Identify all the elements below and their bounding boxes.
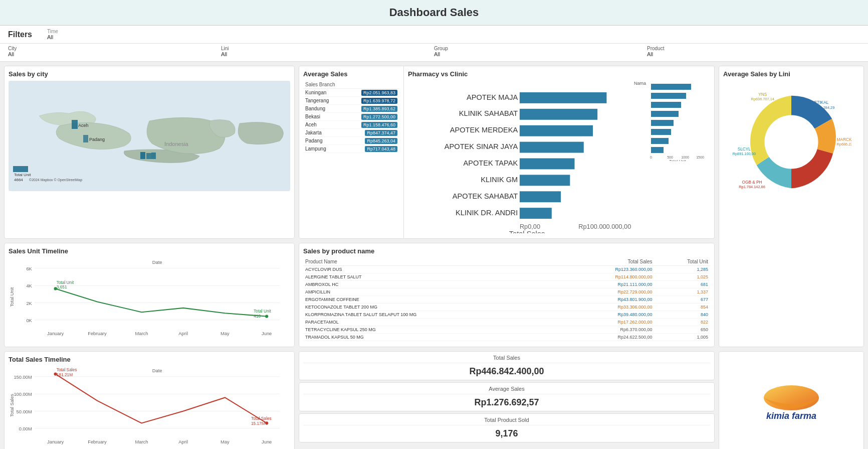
- product-col-sales: Total Sales: [562, 258, 654, 266]
- logo-svg: kimia farma: [741, 383, 841, 423]
- product-name-cell: ACYCLOVIR DUS: [303, 266, 562, 273]
- avg-col-branch: Sales Branch: [303, 81, 347, 89]
- avg-branch-cell: Aceh: [303, 121, 347, 129]
- stats-container: Total Sales Rp446.842.400,00 Average Sal…: [299, 351, 715, 449]
- time-label: Time: [47, 29, 58, 34]
- svg-text:0K: 0K: [26, 318, 32, 323]
- main-grid: Sales by city Aceh: [0, 62, 868, 351]
- product-unit-cell: 650: [655, 326, 710, 334]
- product-sales-cell: Rp6.370.000,00: [562, 326, 654, 334]
- city-value: All: [8, 51, 14, 57]
- svg-text:ETIKAL: ETIKAL: [814, 100, 829, 105]
- svg-text:©2024 Mapbox © OpenStreetMap: ©2024 Mapbox © OpenStreetMap: [29, 178, 82, 182]
- product-sales-cell: Rp33.306.000,00: [562, 304, 654, 311]
- group-filter[interactable]: Group All: [434, 46, 647, 57]
- sales-product-table: Product Name Total Sales Total Unit ACYC…: [303, 258, 710, 341]
- svg-rect-32: [651, 84, 691, 90]
- donut-chart-container: ETIKAL Rp2.385.284,29 MARCKS Rp686.228,5…: [723, 82, 859, 202]
- sales-product-panel: Sales by product name Product Name Total…: [299, 243, 715, 347]
- sales-product-title: Sales by product name: [303, 247, 710, 255]
- svg-rect-25: [520, 158, 575, 169]
- total-sales-box-title: Total Sales: [303, 355, 710, 363]
- col-name-label: Nama: [408, 81, 646, 86]
- product-sales-cell: Rp22.729.000,00: [562, 288, 654, 296]
- svg-rect-34: [651, 102, 681, 108]
- group-value: All: [434, 51, 440, 57]
- avg-sales-row: PadangRp845.263,04: [303, 137, 399, 145]
- product-sales-cell: Rp21.111.000,00: [562, 281, 654, 288]
- donut-svg: ETIKAL Rp2.385.284,29 MARCKS Rp686.228,5…: [731, 82, 851, 202]
- svg-rect-35: [651, 111, 679, 117]
- svg-text:March: March: [135, 439, 148, 444]
- svg-rect-22: [520, 109, 597, 120]
- product-name-cell: TRAMADOL KAPSUL 50 MG: [303, 334, 562, 341]
- svg-rect-27: [520, 191, 561, 202]
- avg-pharmacy-container: Average Sales Sales Branch KuninganRp2.0…: [299, 66, 715, 239]
- pharmacy-unit-chart: 0 500 1000 1500 Total Unit: [650, 81, 710, 234]
- pharmacy-sales-chart: Nama APOTEK MAJA KLINIK SAHABAT APOTEK M…: [408, 81, 646, 234]
- svg-text:15.17M: 15.17M: [251, 420, 265, 425]
- total-product-box-title: Total Product Sold: [303, 417, 710, 425]
- svg-text:Rp636.707,14: Rp636.707,14: [751, 97, 774, 101]
- avg-sales-row: KuninganRp2.051.963,83: [303, 89, 399, 97]
- svg-text:Total Unit: Total Unit: [14, 173, 31, 177]
- product-row: AMPICILLINRp22.729.000,001,337: [303, 288, 710, 296]
- product-unit-cell: 1,285: [655, 266, 710, 273]
- avg-sales-row: LampungRp717.043,48: [303, 145, 399, 153]
- product-unit-cell: 854: [655, 304, 710, 311]
- product-row: TETRACYCLINE KAPSUL 250 MGRp6.370.000,00…: [303, 326, 710, 334]
- sales-unit-title: Sales Unit Timeline: [9, 247, 290, 255]
- svg-text:0.00M: 0.00M: [19, 426, 32, 431]
- avg-col-value: [347, 81, 399, 89]
- product-row: ALERGINE TABLET SALUTRp114.800.000,001,0…: [303, 273, 710, 281]
- svg-text:OGB & PH: OGB & PH: [742, 180, 762, 185]
- svg-text:April: April: [178, 331, 188, 336]
- svg-rect-28: [520, 208, 552, 219]
- svg-text:4K: 4K: [26, 284, 32, 289]
- svg-text:YNS: YNS: [758, 92, 767, 97]
- pharmacy-unit-svg: 0 500 1000 1500 Total Unit: [650, 81, 710, 161]
- svg-text:January: January: [47, 331, 64, 336]
- svg-text:Date: Date: [152, 260, 162, 265]
- total-sales-box: Total Sales Rp446.842.400,00: [299, 351, 715, 380]
- product-unit-cell: 840: [655, 311, 710, 319]
- svg-text:KLINIK GM: KLINIK GM: [481, 176, 518, 184]
- svg-rect-36: [651, 120, 674, 126]
- product-row: TRAMADOL KAPSUL 50 MGRp24.622.500,001,00…: [303, 334, 710, 341]
- product-sales-cell: Rp114.800.000,00: [562, 273, 654, 281]
- avg-sales-row: TangerangRp1.639.978,72: [303, 97, 399, 105]
- time-filter-item[interactable]: Time All: [47, 29, 58, 40]
- svg-rect-37: [651, 129, 671, 135]
- svg-text:3,651: 3,651: [57, 285, 67, 290]
- avg-value-cell: Rp1.158.476,60: [347, 121, 399, 129]
- pharmacy-charts: Nama APOTEK MAJA KLINIK SAHABAT APOTEK M…: [408, 81, 710, 234]
- svg-text:MARCKS: MARCKS: [836, 137, 851, 142]
- product-name-cell: PARACETAMOL: [303, 319, 562, 326]
- product-name-cell: AMPICILLIN: [303, 288, 562, 296]
- svg-text:May: May: [221, 439, 230, 444]
- svg-text:APOTEK MERDEKA: APOTEK MERDEKA: [450, 126, 518, 134]
- lini-filter[interactable]: Lini All: [221, 46, 434, 57]
- average-sales-panel: Average Sales Sales Branch KuninganRp2.0…: [299, 66, 404, 239]
- product-unit-cell: 1,337: [655, 288, 710, 296]
- group-label: Group: [434, 46, 647, 51]
- product-sales-cell: Rp24.622.500,00: [562, 334, 654, 341]
- svg-text:February: February: [88, 439, 107, 444]
- product-filter[interactable]: Product All: [647, 46, 860, 57]
- svg-rect-24: [520, 142, 584, 153]
- svg-point-73: [265, 315, 268, 318]
- svg-text:0: 0: [650, 156, 652, 159]
- svg-rect-33: [651, 93, 686, 99]
- svg-rect-26: [520, 175, 570, 186]
- total-product-box-value: 9,176: [303, 428, 710, 439]
- avg-branch-cell: Kuningan: [303, 89, 347, 97]
- avg-branch-cell: Lampung: [303, 145, 347, 153]
- svg-text:Total Sales: Total Sales: [509, 230, 545, 234]
- logo-panel: kimia farma: [719, 351, 864, 449]
- svg-text:June: June: [262, 439, 272, 444]
- avg-branch-cell: Tangerang: [303, 97, 347, 105]
- city-filter[interactable]: City All: [8, 46, 221, 57]
- product-value: All: [647, 51, 653, 57]
- lini-value: All: [221, 51, 227, 57]
- svg-text:Total Sales: Total Sales: [10, 394, 15, 417]
